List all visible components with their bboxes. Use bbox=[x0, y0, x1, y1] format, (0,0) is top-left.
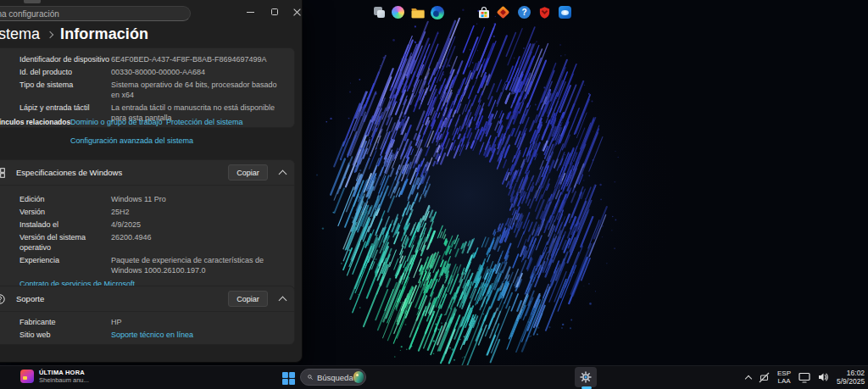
system-tray: ESP LAA 16:02 5/9/2025 bbox=[746, 365, 868, 389]
table-row: Tipo de sistema Sistema operativo de 64 … bbox=[0, 78, 294, 101]
link-system-protection[interactable]: Protección del sistema bbox=[166, 118, 243, 126]
spec-value: 26200.4946 bbox=[111, 232, 281, 242]
gear-icon bbox=[580, 371, 592, 383]
chevron-up-icon[interactable] bbox=[279, 296, 287, 304]
table-row: Fabricante HP bbox=[0, 315, 294, 328]
search-highlight-image bbox=[353, 371, 364, 383]
table-row: Experiencia Paquete de experiencia de ca… bbox=[0, 253, 294, 276]
task-view-icon bbox=[372, 5, 387, 19]
windows-specs-header: Especificaciones de Windows Copiar bbox=[0, 160, 294, 186]
news-widget-icon bbox=[20, 370, 34, 383]
file-explorer-button[interactable] bbox=[410, 5, 425, 19]
spec-value: 6E4F0BED-A437-4F8F-B8AB-F8694697499A bbox=[111, 54, 281, 64]
settings-app-button[interactable] bbox=[575, 367, 597, 387]
spec-label: Tipo de sistema bbox=[19, 80, 111, 90]
spec-value: 25H2 bbox=[111, 207, 281, 217]
table-row: Versión del sistema operativo 26200.4946 bbox=[0, 231, 294, 253]
copilot-button[interactable] bbox=[391, 5, 405, 19]
maximize-button[interactable] bbox=[264, 3, 285, 20]
tray-show-hidden-icons[interactable] bbox=[745, 375, 752, 381]
support-card: Soporte Copiar Fabricante HP Sitio web S… bbox=[0, 286, 295, 345]
spec-value: HP bbox=[111, 317, 281, 327]
spec-label: Fabricante bbox=[19, 317, 111, 327]
spec-label: Lápiz y entrada táctil bbox=[19, 103, 111, 113]
start-button[interactable] bbox=[281, 371, 296, 386]
close-button[interactable] bbox=[287, 3, 303, 20]
link-online-support[interactable]: Soporte técnico en línea bbox=[111, 330, 281, 340]
language-line1: ESP bbox=[777, 370, 791, 377]
related-links-label: Vínculos relacionados bbox=[0, 118, 70, 126]
maximize-icon bbox=[271, 8, 278, 15]
table-row: Edición Windows 11 Pro bbox=[0, 192, 294, 205]
table-row: Versión 25H2 bbox=[0, 205, 294, 218]
tray-time: 16:02 bbox=[847, 369, 865, 377]
table-row: Identificador de dispositivo 6E4F0BED-A4… bbox=[0, 53, 294, 65]
chevron-up-icon[interactable] bbox=[279, 169, 287, 178]
link-advanced-system-settings[interactable]: Configuración avanzada del sistema bbox=[70, 136, 193, 145]
taskbar: ÚLTIMA HORA Sheinbaum anu... bbox=[0, 365, 868, 389]
spec-value: Paquete de experiencia de característica… bbox=[111, 255, 281, 275]
network-icon[interactable] bbox=[798, 372, 810, 383]
breadcrumb-parent[interactable]: Sistema bbox=[0, 25, 40, 43]
spec-label: Id. del producto bbox=[19, 67, 111, 77]
taskbar-search[interactable]: Búsqueda bbox=[300, 369, 366, 386]
spec-label: Identificador de dispositivo bbox=[19, 54, 111, 64]
spec-value: 00330-80000-00000-AA684 bbox=[111, 67, 281, 77]
widgets-button[interactable]: ÚLTIMA HORA Sheinbaum anu... bbox=[20, 369, 89, 384]
close-icon bbox=[292, 8, 302, 17]
security-app-button[interactable] bbox=[537, 5, 552, 19]
spec-value: 4/9/2025 bbox=[111, 220, 281, 230]
breadcrumb: Sistema Información bbox=[0, 25, 148, 43]
clock[interactable]: 16:02 5/9/2025 bbox=[837, 369, 865, 386]
spec-label: Experiencia bbox=[19, 255, 111, 265]
spec-label: Instalado el bbox=[19, 220, 111, 230]
spec-label: Sitio web bbox=[19, 330, 111, 340]
spec-value: Windows 11 Pro bbox=[111, 194, 281, 204]
table-row: Sitio web Soporte técnico en línea bbox=[0, 328, 294, 341]
cloud-app-icon bbox=[559, 6, 571, 19]
windows-specs-title: Especificaciones de Windows bbox=[16, 168, 228, 177]
security-shield-icon bbox=[538, 6, 551, 19]
search-input[interactable] bbox=[0, 6, 191, 21]
copy-support-button[interactable]: Copiar bbox=[228, 291, 268, 307]
help-question-icon bbox=[518, 6, 531, 19]
spec-label: Versión del sistema operativo bbox=[19, 232, 111, 253]
window-top-accent bbox=[24, 0, 41, 3]
support-header: Soporte Copiar bbox=[0, 286, 294, 312]
device-specs-card: Identificador de dispositivo 6E4F0BED-A4… bbox=[0, 47, 295, 128]
folder-icon bbox=[411, 7, 425, 19]
table-row: Id. del producto 00330-80000-00000-AA684 bbox=[0, 65, 294, 78]
app-diamond-button[interactable] bbox=[496, 5, 510, 19]
minimize-button[interactable] bbox=[240, 3, 260, 20]
diamond-app-icon bbox=[497, 6, 510, 19]
windows-specs-card: Especificaciones de Windows Copiar Edici… bbox=[0, 159, 295, 306]
widget-headline-label: ÚLTIMA HORA bbox=[39, 369, 89, 376]
copilot-icon bbox=[392, 6, 404, 19]
windows-start-icon bbox=[282, 372, 295, 385]
spec-label: Edición bbox=[19, 194, 111, 204]
page-title: Información bbox=[60, 25, 148, 43]
task-view-button[interactable] bbox=[372, 5, 387, 19]
link-domain-workgroup[interactable]: Dominio o grupo de trabajo bbox=[70, 118, 163, 126]
volume-icon[interactable] bbox=[818, 372, 829, 382]
language-line2: LAA bbox=[777, 377, 790, 385]
tray-muted-icon[interactable] bbox=[759, 372, 770, 383]
edge-button[interactable] bbox=[430, 5, 444, 19]
search-label: Búsqueda bbox=[317, 373, 353, 382]
microsoft-store-button[interactable] bbox=[476, 5, 491, 19]
table-row: Instalado el 4/9/2025 bbox=[0, 218, 294, 231]
copy-windows-specs-button[interactable]: Copiar bbox=[228, 164, 268, 181]
windows-logo-icon bbox=[0, 168, 5, 178]
widget-headline-text: Sheinbaum anu... bbox=[39, 376, 89, 384]
edge-browser-icon bbox=[431, 6, 444, 19]
cloud-app-button[interactable] bbox=[558, 5, 572, 19]
search-icon bbox=[308, 373, 313, 381]
minimize-icon bbox=[247, 12, 254, 13]
get-help-button[interactable] bbox=[517, 5, 531, 19]
spec-value: Sistema operativo de 64 bits, procesador… bbox=[111, 80, 281, 100]
breadcrumb-separator-icon bbox=[47, 31, 53, 38]
settings-window: Sistema Información Identificador de dis… bbox=[0, 0, 303, 363]
support-title: Soporte bbox=[16, 294, 228, 303]
language-indicator[interactable]: ESP LAA bbox=[777, 370, 791, 385]
tray-date: 5/9/2025 bbox=[837, 377, 865, 386]
